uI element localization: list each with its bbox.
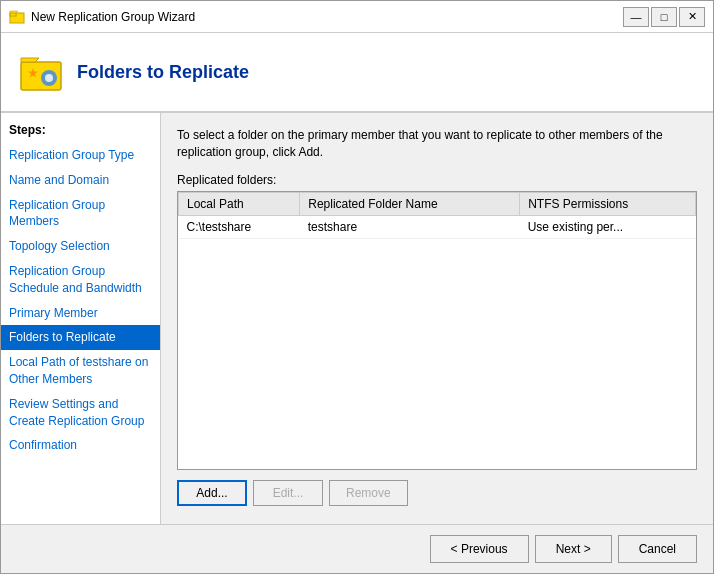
action-buttons: Add... Edit... Remove	[177, 480, 697, 506]
table-row[interactable]: C:\testshare testshare Use existing per.…	[179, 215, 696, 238]
col-replicated-folder-name: Replicated Folder Name	[300, 192, 520, 215]
sidebar-item-folders-to-replicate[interactable]: Folders to Replicate	[1, 325, 160, 350]
description-text: To select a folder on the primary member…	[177, 127, 697, 161]
edit-button[interactable]: Edit...	[253, 480, 323, 506]
sidebar-item-review-settings[interactable]: Review Settings and Create Replication G…	[1, 392, 160, 434]
wizard-title: Folders to Replicate	[77, 62, 249, 83]
wizard-window: New Replication Group Wizard — □ ✕ Folde…	[0, 0, 714, 574]
sidebar: Steps: Replication Group Type Name and D…	[1, 113, 161, 524]
main-content: Steps: Replication Group Type Name and D…	[1, 113, 713, 524]
cell-local-path: C:\testshare	[179, 215, 300, 238]
replicated-folders-label: Replicated folders:	[177, 173, 697, 187]
sidebar-item-replication-group-schedule[interactable]: Replication Group Schedule and Bandwidth	[1, 259, 160, 301]
sidebar-item-primary-member[interactable]: Primary Member	[1, 301, 160, 326]
folders-table: Local Path Replicated Folder Name NTFS P…	[178, 192, 696, 239]
wizard-footer: < Previous Next > Cancel	[1, 524, 713, 573]
remove-button[interactable]: Remove	[329, 480, 408, 506]
title-bar-controls: — □ ✕	[623, 7, 705, 27]
sidebar-item-local-path-members[interactable]: Local Path of testshare on Other Members	[1, 350, 160, 392]
sidebar-item-name-and-domain[interactable]: Name and Domain	[1, 168, 160, 193]
add-button[interactable]: Add...	[177, 480, 247, 506]
wizard-icon	[17, 48, 65, 96]
sidebar-item-confirmation[interactable]: Confirmation	[1, 433, 160, 458]
col-ntfs-permissions: NTFS Permissions	[520, 192, 696, 215]
col-local-path: Local Path	[179, 192, 300, 215]
cancel-button[interactable]: Cancel	[618, 535, 697, 563]
sidebar-item-replication-group-members[interactable]: Replication Group Members	[1, 193, 160, 235]
minimize-button[interactable]: —	[623, 7, 649, 27]
maximize-button[interactable]: □	[651, 7, 677, 27]
sidebar-item-topology-selection[interactable]: Topology Selection	[1, 234, 160, 259]
title-bar-icon	[9, 9, 25, 25]
steps-label: Steps:	[1, 123, 160, 143]
cell-replicated-folder-name: testshare	[300, 215, 520, 238]
folders-table-container: Local Path Replicated Folder Name NTFS P…	[177, 191, 697, 470]
sidebar-item-replication-group-type[interactable]: Replication Group Type	[1, 143, 160, 168]
previous-button[interactable]: < Previous	[430, 535, 529, 563]
svg-rect-1	[10, 13, 16, 16]
close-button[interactable]: ✕	[679, 7, 705, 27]
content-area: To select a folder on the primary member…	[161, 113, 713, 524]
wizard-header: Folders to Replicate	[1, 33, 713, 113]
cell-ntfs-permissions: Use existing per...	[520, 215, 696, 238]
svg-point-4	[45, 74, 53, 82]
title-bar: New Replication Group Wizard — □ ✕	[1, 1, 713, 33]
title-bar-title: New Replication Group Wizard	[31, 10, 623, 24]
next-button[interactable]: Next >	[535, 535, 612, 563]
